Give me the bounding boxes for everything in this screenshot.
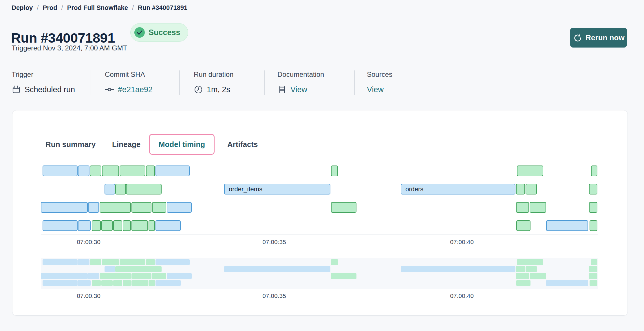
gantt-bar	[41, 273, 88, 279]
success-check-icon	[134, 27, 145, 38]
gantt-bar[interactable]	[113, 220, 122, 231]
gantt-bar	[589, 273, 597, 279]
gantt-bar-label: orders	[401, 184, 515, 194]
gantt-bar	[102, 259, 119, 265]
gantt-bar[interactable]	[43, 220, 78, 231]
documentation-view-link[interactable]: View	[290, 85, 307, 94]
gantt-bar[interactable]	[331, 202, 356, 213]
breadcrumb-environment[interactable]: Prod Full Snowflake	[67, 4, 128, 12]
gantt-bar	[43, 280, 78, 286]
gantt-bar[interactable]	[131, 202, 151, 213]
gantt-bar[interactable]	[526, 184, 537, 194]
run-detail-card: Run summary Lineage Model timing Artifac…	[12, 110, 628, 316]
gantt-bar	[88, 273, 99, 279]
gantt-bar[interactable]	[115, 184, 126, 194]
tab-artifacts[interactable]: Artifacts	[227, 140, 258, 149]
meta-documentation: Documentation View	[265, 70, 355, 95]
axis-tick-label: 07:00:30	[77, 239, 100, 245]
gantt-bar	[120, 259, 145, 265]
gantt-bar[interactable]	[41, 202, 88, 213]
rerun-now-button[interactable]: Rerun now	[570, 28, 627, 48]
gantt-bar[interactable]	[43, 166, 78, 176]
tab-run-summary[interactable]: Run summary	[45, 140, 96, 149]
gantt-bar	[100, 273, 131, 279]
gantt-bar[interactable]	[155, 220, 181, 231]
gantt-bar	[78, 280, 91, 286]
meta-sources: Sources View	[355, 70, 392, 95]
gantt-bar[interactable]	[546, 220, 588, 231]
gantt-bar	[516, 266, 525, 272]
gantt-bar[interactable]	[590, 220, 597, 231]
gantt-bar[interactable]	[591, 166, 597, 176]
tabs-divider	[29, 155, 612, 155]
gantt-bar	[167, 273, 192, 279]
gantt-bar[interactable]	[123, 220, 131, 231]
gantt-bar[interactable]	[101, 220, 113, 231]
gantt-bar[interactable]	[120, 166, 145, 176]
gantt-bar	[526, 266, 537, 272]
tab-lineage[interactable]: Lineage	[112, 140, 140, 149]
gantt-bar	[516, 273, 529, 279]
clock-icon	[194, 85, 203, 94]
commit-sha-link[interactable]: #e21ae92	[118, 85, 153, 94]
status-badge-label: Success	[149, 28, 180, 37]
sources-view-link[interactable]: View	[367, 85, 384, 94]
gantt-bar-order_items[interactable]: order_items	[224, 184, 330, 194]
calendar-icon	[12, 85, 21, 94]
overview-time-axis: 07:00:3007:00:3507:00:40	[41, 292, 598, 301]
gantt-bar[interactable]	[88, 202, 99, 213]
gantt-bar[interactable]	[516, 220, 530, 231]
gantt-bar	[152, 273, 166, 279]
gantt-bar[interactable]	[78, 220, 91, 231]
tab-model-timing-label: Model timing	[159, 140, 205, 149]
gantt-bar	[101, 280, 113, 286]
gantt-bar[interactable]	[167, 202, 192, 213]
gantt-bar[interactable]	[100, 202, 131, 213]
gantt-bar[interactable]	[149, 220, 155, 231]
run-meta-row: Trigger Scheduled run Commit SHA #e21ae9…	[12, 70, 392, 95]
breadcrumb-prod[interactable]: Prod	[43, 4, 57, 12]
gantt-bar	[78, 259, 89, 265]
model-timing-overview[interactable]	[41, 258, 598, 289]
tab-model-timing[interactable]: Model timing	[149, 134, 215, 155]
gantt-bar-label: order_items	[225, 184, 330, 194]
gantt-bar[interactable]	[155, 166, 190, 176]
gantt-bar[interactable]	[589, 184, 597, 194]
gantt-bar[interactable]	[331, 166, 338, 176]
gantt-bar[interactable]	[78, 166, 89, 176]
meta-trigger: Trigger Scheduled run	[12, 70, 91, 95]
gantt-bar[interactable]	[90, 166, 101, 176]
gantt-bar[interactable]	[105, 184, 115, 194]
gantt-bar	[530, 273, 546, 279]
gantt-bar	[149, 280, 155, 286]
gantt-bar	[331, 273, 356, 279]
gantt-bar	[146, 259, 155, 265]
gantt-bar[interactable]	[589, 202, 597, 213]
gantt-bar	[131, 280, 148, 286]
gantt-bar[interactable]	[102, 166, 119, 176]
gantt-bar	[590, 280, 597, 286]
breadcrumb-separator: /	[37, 4, 39, 12]
status-badge: Success	[130, 23, 188, 42]
gantt-bar[interactable]	[516, 202, 529, 213]
gantt-bar	[92, 280, 101, 286]
axis-tick-label: 07:00:30	[77, 292, 100, 299]
gantt-bar[interactable]	[146, 166, 155, 176]
gantt-bar[interactable]	[517, 166, 543, 176]
gantt-bar[interactable]	[530, 202, 546, 213]
breadcrumb-deploy[interactable]: Deploy	[12, 4, 33, 12]
gantt-bar[interactable]	[92, 220, 101, 231]
gantt-bar[interactable]	[131, 220, 148, 231]
gantt-bar-orders[interactable]: orders	[401, 184, 515, 194]
breadcrumb-separator: /	[132, 4, 134, 12]
axis-tick-label: 07:00:35	[262, 239, 286, 245]
gantt-bar	[331, 259, 338, 265]
gantt-bar[interactable]	[152, 202, 166, 213]
gantt-bar[interactable]	[126, 184, 162, 194]
breadcrumb-current-run: Run #340071891	[138, 4, 187, 12]
axis-tick-label: 07:00:40	[450, 239, 474, 245]
gantt-bar[interactable]	[516, 184, 525, 194]
gantt-bar-orders	[401, 266, 515, 272]
gantt-bar	[155, 280, 181, 286]
meta-duration-value: 1m, 2s	[207, 85, 230, 94]
